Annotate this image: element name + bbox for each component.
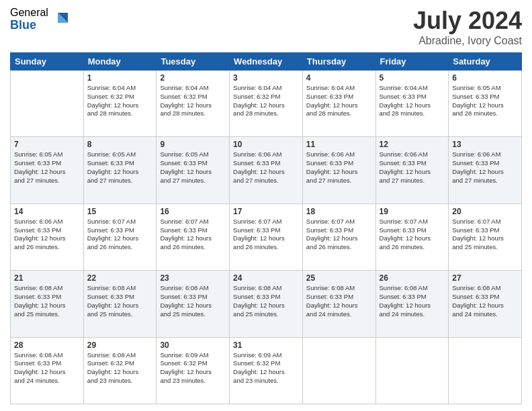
day-number: 16 [160,207,226,216]
col-header-friday: Friday [375,53,449,71]
day-info: Sunrise: 6:06 AM Sunset: 6:33 PM Dayligh… [233,150,299,185]
day-info: Sunrise: 6:09 AM Sunset: 6:32 PM Dayligh… [160,351,226,385]
day-info: Sunrise: 6:07 AM Sunset: 6:33 PM Dayligh… [87,218,153,252]
day-number: 7 [14,140,80,149]
calendar-row-3: 14Sunrise: 6:06 AM Sunset: 6:33 PM Dayli… [11,203,522,270]
calendar-cell: 3Sunrise: 6:04 AM Sunset: 6:32 PM Daylig… [230,71,303,137]
day-number: 9 [160,140,226,149]
day-number: 2 [160,73,226,83]
calendar-cell: 16Sunrise: 6:07 AM Sunset: 6:33 PM Dayli… [157,203,230,270]
calendar-cell: 22Sunrise: 6:08 AM Sunset: 6:33 PM Dayli… [83,271,157,337]
day-number: 18 [306,207,372,216]
day-number: 3 [233,73,299,83]
calendar-cell [375,337,449,404]
day-number: 20 [452,207,518,216]
day-info: Sunrise: 6:08 AM Sunset: 6:33 PM Dayligh… [452,284,518,318]
day-info: Sunrise: 6:05 AM Sunset: 6:33 PM Dayligh… [14,150,80,185]
calendar-cell: 2Sunrise: 6:04 AM Sunset: 6:32 PM Daylig… [157,71,230,137]
calendar-table: Sunday Monday Tuesday Wednesday Thursday… [10,52,522,404]
day-info: Sunrise: 6:04 AM Sunset: 6:32 PM Dayligh… [87,84,153,118]
logo-blue: Blue [10,19,48,32]
day-number: 1 [87,73,153,83]
day-number: 8 [87,140,153,149]
calendar-cell: 7Sunrise: 6:05 AM Sunset: 6:33 PM Daylig… [11,137,84,203]
day-info: Sunrise: 6:05 AM Sunset: 6:33 PM Dayligh… [87,150,153,185]
calendar-cell: 15Sunrise: 6:07 AM Sunset: 6:33 PM Dayli… [83,203,157,270]
calendar-cell: 13Sunrise: 6:06 AM Sunset: 6:33 PM Dayli… [449,137,522,203]
day-number: 4 [306,73,372,83]
day-number: 6 [452,73,518,83]
day-info: Sunrise: 6:04 AM Sunset: 6:32 PM Dayligh… [160,84,226,118]
day-info: Sunrise: 6:08 AM Sunset: 6:33 PM Dayligh… [14,351,80,385]
day-number: 25 [306,273,372,283]
calendar-cell: 9Sunrise: 6:05 AM Sunset: 6:33 PM Daylig… [157,137,230,203]
calendar-cell: 19Sunrise: 6:07 AM Sunset: 6:33 PM Dayli… [375,203,449,270]
logo: General Blue [10,7,71,32]
calendar-cell: 6Sunrise: 6:05 AM Sunset: 6:33 PM Daylig… [449,71,522,137]
col-header-tuesday: Tuesday [157,53,230,71]
day-info: Sunrise: 6:08 AM Sunset: 6:33 PM Dayligh… [233,284,299,318]
calendar-cell: 17Sunrise: 6:07 AM Sunset: 6:33 PM Dayli… [230,203,303,270]
col-header-saturday: Saturday [449,53,522,71]
calendar-cell: 23Sunrise: 6:08 AM Sunset: 6:33 PM Dayli… [157,271,230,337]
day-info: Sunrise: 6:04 AM Sunset: 6:32 PM Dayligh… [233,84,299,118]
calendar-cell: 8Sunrise: 6:05 AM Sunset: 6:33 PM Daylig… [83,137,157,203]
calendar-cell: 29Sunrise: 6:08 AM Sunset: 6:32 PM Dayli… [83,337,157,404]
logo-icon [51,9,71,30]
day-number: 30 [160,340,226,350]
day-number: 5 [380,73,445,83]
calendar-cell: 11Sunrise: 6:06 AM Sunset: 6:33 PM Dayli… [302,137,375,203]
calendar-header-row: Sunday Monday Tuesday Wednesday Thursday… [11,53,522,71]
day-number: 13 [452,140,518,149]
calendar-cell: 28Sunrise: 6:08 AM Sunset: 6:33 PM Dayli… [11,337,84,404]
day-info: Sunrise: 6:07 AM Sunset: 6:33 PM Dayligh… [380,218,445,252]
day-number: 22 [87,273,153,283]
day-number: 10 [233,140,299,149]
calendar-cell: 12Sunrise: 6:06 AM Sunset: 6:33 PM Dayli… [375,137,449,203]
day-info: Sunrise: 6:05 AM Sunset: 6:33 PM Dayligh… [452,84,518,118]
day-info: Sunrise: 6:06 AM Sunset: 6:33 PM Dayligh… [380,150,445,185]
logo-text: General Blue [10,7,48,32]
day-info: Sunrise: 6:08 AM Sunset: 6:33 PM Dayligh… [380,284,445,318]
day-info: Sunrise: 6:08 AM Sunset: 6:32 PM Dayligh… [87,351,153,385]
day-number: 27 [452,273,518,283]
title-area: July 2024 Abradine, Ivory Coast [413,7,522,47]
day-info: Sunrise: 6:08 AM Sunset: 6:33 PM Dayligh… [306,284,372,318]
day-number: 28 [14,340,80,350]
day-number: 12 [380,140,445,149]
day-info: Sunrise: 6:07 AM Sunset: 6:33 PM Dayligh… [233,218,299,252]
day-number: 31 [233,340,299,350]
day-info: Sunrise: 6:05 AM Sunset: 6:33 PM Dayligh… [160,150,226,185]
day-number: 14 [14,207,80,216]
calendar-cell: 20Sunrise: 6:07 AM Sunset: 6:33 PM Dayli… [449,203,522,270]
col-header-thursday: Thursday [302,53,375,71]
calendar-cell: 24Sunrise: 6:08 AM Sunset: 6:33 PM Dayli… [230,271,303,337]
calendar-cell: 14Sunrise: 6:06 AM Sunset: 6:33 PM Dayli… [11,203,84,270]
calendar-cell [449,337,522,404]
day-info: Sunrise: 6:06 AM Sunset: 6:33 PM Dayligh… [306,150,372,185]
day-number: 23 [160,273,226,283]
col-header-sunday: Sunday [11,53,84,71]
day-info: Sunrise: 6:06 AM Sunset: 6:33 PM Dayligh… [14,218,80,252]
day-number: 21 [14,273,80,283]
day-number: 19 [380,207,445,216]
page: General Blue July 2024 Abradine, Ivory C… [0,0,532,411]
header: General Blue July 2024 Abradine, Ivory C… [10,7,522,47]
day-number: 24 [233,273,299,283]
day-number: 11 [306,140,372,149]
day-number: 15 [87,207,153,216]
calendar-cell: 27Sunrise: 6:08 AM Sunset: 6:33 PM Dayli… [449,271,522,337]
day-info: Sunrise: 6:07 AM Sunset: 6:33 PM Dayligh… [160,218,226,252]
day-info: Sunrise: 6:09 AM Sunset: 6:32 PM Dayligh… [233,351,299,385]
calendar-cell [302,337,375,404]
calendar-cell: 21Sunrise: 6:08 AM Sunset: 6:33 PM Dayli… [11,271,84,337]
day-info: Sunrise: 6:07 AM Sunset: 6:33 PM Dayligh… [452,218,518,252]
calendar-row-1: 1Sunrise: 6:04 AM Sunset: 6:32 PM Daylig… [11,71,522,137]
col-header-wednesday: Wednesday [230,53,303,71]
calendar-row-2: 7Sunrise: 6:05 AM Sunset: 6:33 PM Daylig… [11,137,522,203]
calendar-row-5: 28Sunrise: 6:08 AM Sunset: 6:33 PM Dayli… [11,337,522,404]
calendar-cell: 4Sunrise: 6:04 AM Sunset: 6:33 PM Daylig… [302,71,375,137]
calendar-cell: 1Sunrise: 6:04 AM Sunset: 6:32 PM Daylig… [83,71,157,137]
calendar-cell: 5Sunrise: 6:04 AM Sunset: 6:33 PM Daylig… [375,71,449,137]
calendar-cell: 25Sunrise: 6:08 AM Sunset: 6:33 PM Dayli… [302,271,375,337]
